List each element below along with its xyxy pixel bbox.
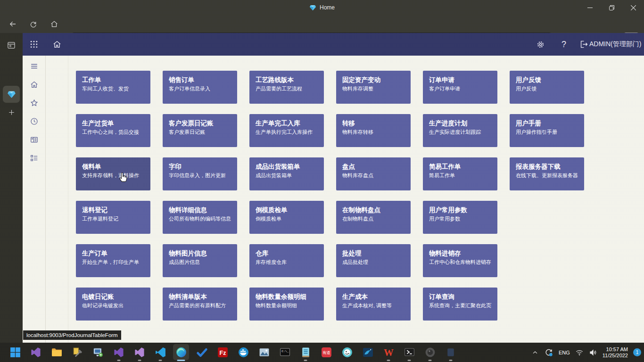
tile-r1c2[interactable]: 销售订单客户订单信息录入 — [163, 71, 237, 104]
taskbar-mysql-workbench-icon[interactable] — [357, 343, 378, 362]
tray-sync-icon[interactable] — [544, 348, 553, 357]
taskbar-filezilla-icon[interactable]: Fz — [212, 343, 233, 362]
taskbar-remote-desktop-icon[interactable] — [88, 343, 108, 362]
sidebar-home-icon[interactable] — [29, 80, 39, 89]
tile-title: 在制物料盘点 — [342, 206, 405, 214]
tile-r5c1[interactable]: 生产订单开始生产单，打印生产单 — [76, 244, 150, 277]
taskbar-vs-code-icon[interactable] — [150, 343, 171, 362]
user-label[interactable]: ADMIN(管理部门) — [589, 33, 641, 56]
taskbar-file-explorer-icon[interactable] — [46, 343, 67, 362]
tile-r1c1[interactable]: 工作单车间工人收货、发货 — [76, 71, 150, 104]
back-icon[interactable] — [7, 18, 18, 30]
tile-subtitle: 成品图片信息 — [169, 259, 231, 266]
tile-r2c4[interactable]: 转移物料库存转移 — [336, 114, 411, 147]
taskbar-youdao-dict-icon[interactable]: 有道 — [316, 343, 337, 362]
workspaces-window-icon[interactable] — [29, 135, 39, 144]
taskbar-sourcetree-icon[interactable] — [337, 343, 357, 362]
tile-r4c3[interactable]: 倒模质检单倒模质检单 — [249, 201, 324, 234]
tile-r5c4[interactable]: 批处理成品批处理 — [336, 244, 411, 277]
tile-r6c2[interactable]: 物料清单版本产品需要的所有原料配方 — [163, 288, 237, 321]
tile-r5c5[interactable]: 物料进销存工作中心和仓库物料进销存 — [423, 244, 497, 277]
tile-r3c1[interactable]: 领料单支持库存领料，退料操作 — [76, 157, 150, 190]
taskbar-todo-icon[interactable] — [191, 343, 212, 362]
taskbar-wps-office-icon[interactable]: W — [378, 343, 399, 362]
volume-icon[interactable] — [589, 348, 597, 357]
taskbar-visual-studio-icon[interactable] — [25, 343, 46, 362]
tab-actions-menu-icon[interactable] — [6, 40, 17, 51]
taskbar-visual-studio-light-icon[interactable] — [129, 343, 150, 362]
close-button[interactable] — [622, 0, 644, 15]
taskbar-clock[interactable]: 10:57 AM 11/25/2022 — [603, 346, 628, 359]
tile-subtitle: 成品批处理 — [342, 259, 405, 266]
toolbar-home-icon[interactable] — [49, 18, 60, 30]
tile-r5c2[interactable]: 物料图片信息成品图片信息 — [163, 244, 237, 277]
tile-r5c3[interactable]: 仓库库存维度仓库 — [249, 244, 324, 277]
wifi-icon[interactable] — [575, 348, 584, 357]
tile-r2c2[interactable]: 客户发票日记账客户发票日记账 — [163, 114, 237, 147]
favorites-star-icon[interactable] — [29, 98, 39, 107]
new-tab-plus-icon[interactable] — [7, 107, 16, 117]
browser-tab[interactable]: Home — [309, 4, 335, 11]
tile-r1c5[interactable]: 订单申请客户订单申请 — [423, 71, 497, 104]
taskbar-edge-icon[interactable] — [171, 343, 191, 362]
tile-r6c3[interactable]: 物料数量余额明细物料数量余额明细 — [249, 288, 324, 321]
task-list-icon[interactable] — [29, 153, 39, 163]
taskbar-powershell-icon[interactable] — [399, 343, 420, 362]
tile-title: 转移 — [342, 119, 405, 127]
tile-r6c1[interactable]: 电镀日记账临时记录电镀发出 — [76, 288, 150, 321]
tile-r4c4[interactable]: 在制物料盘点在制物料盘点 — [336, 201, 411, 234]
help-icon[interactable]: ? — [558, 39, 570, 50]
tile-r1c6[interactable]: 用户反馈用户反馈 — [510, 71, 584, 104]
tile-subtitle: 客户订单信息录入 — [169, 85, 231, 92]
blue-diamond-favicon-icon — [309, 4, 316, 11]
refresh-icon[interactable] — [27, 18, 39, 30]
tile-r2c6[interactable]: 用户手册用户操作指引手册 — [510, 114, 584, 147]
active-tab-home[interactable] — [3, 86, 20, 103]
tile-r3c3[interactable]: 成品出货装箱单成品出货装箱单 — [249, 157, 324, 190]
restore-button[interactable] — [601, 0, 622, 15]
tile-subtitle: 产品需要的所有原料配方 — [169, 302, 231, 309]
recent-clock-icon[interactable] — [29, 116, 39, 126]
language-indicator[interactable]: ENG — [559, 350, 570, 355]
tile-title: 生产过货单 — [82, 119, 145, 127]
tile-r1c3[interactable]: 工艺路线版本产品需要的工艺流程 — [249, 71, 324, 104]
tile-r3c5[interactable]: 简易工作单简易工作单 — [423, 157, 497, 190]
settings-gear-icon[interactable] — [535, 39, 546, 50]
menu-icon[interactable] — [29, 61, 39, 71]
tile-title: 报表服务器下载 — [516, 163, 578, 171]
content-divider — [68, 56, 68, 343]
tile-r2c5[interactable]: 生产进度计划生产实际进度计划跟踪 — [423, 114, 497, 147]
tile-row: 工作单车间工人收货、发货销售订单客户订单信息录入工艺路线版本产品需要的工艺流程固… — [76, 71, 584, 104]
app-home-icon[interactable] — [51, 39, 63, 50]
tile-r3c4[interactable]: 盘点物料库存盘点 — [336, 157, 411, 190]
sign-out-icon[interactable] — [578, 39, 589, 50]
notification-badge[interactable]: 1 — [633, 348, 641, 356]
minimize-button[interactable] — [579, 0, 601, 15]
tile-r2c1[interactable]: 生产过货单工作中心之间，货品交接 — [76, 114, 150, 147]
taskbar-icons: FzC:\_有道W — [5, 343, 461, 362]
taskbar-visual-studio-purple-icon[interactable] — [108, 343, 129, 362]
tile-r3c2[interactable]: 字印字印信息录入，图片更新 — [163, 157, 237, 190]
tile-r3c6[interactable]: 报表服务器下载在线下载、更新报表服务器. — [510, 157, 584, 190]
tile-grid: 工作单车间工人收货、发货销售订单客户订单信息录入工艺路线版本产品需要的工艺流程固… — [76, 71, 584, 331]
tile-r6c5[interactable]: 订单查询系统查询，主要汇聚在此页面中 — [423, 288, 497, 321]
taskbar-terminal-icon[interactable]: C:\_ — [274, 343, 295, 362]
tray-chevron-up-icon[interactable] — [531, 349, 539, 356]
running-indicator — [138, 360, 141, 361]
tile-r2c3[interactable]: 生产单完工入库生产单执行完工入库操作 — [249, 114, 324, 147]
running-indicator — [449, 360, 453, 361]
tile-subtitle: 生产实际进度计划跟踪 — [429, 129, 492, 136]
taskbar-notepad-icon[interactable] — [295, 343, 316, 362]
taskbar-config-tool-icon[interactable] — [67, 343, 88, 362]
tile-r6c4[interactable]: 生产成本生产成本核对, 调整等 — [336, 288, 411, 321]
taskbar-docker-icon[interactable] — [233, 343, 254, 362]
tile-r4c1[interactable]: 退料登记工作单退料登记 — [76, 201, 150, 234]
tile-r1c4[interactable]: 固定资产变动物料库存调整 — [336, 71, 411, 104]
taskbar-hidden-app-icon[interactable] — [440, 343, 461, 362]
taskbar-recorder-icon[interactable] — [420, 343, 440, 362]
taskbar-start-icon[interactable] — [5, 343, 25, 362]
apps-grid-icon[interactable] — [28, 39, 40, 50]
tile-r4c5[interactable]: 用户常用参数用户常用参数 — [423, 201, 497, 234]
taskbar-photos-icon[interactable] — [254, 343, 274, 362]
tile-r4c2[interactable]: 物料详细信息公司所有物料的编码等信息 — [163, 201, 237, 234]
